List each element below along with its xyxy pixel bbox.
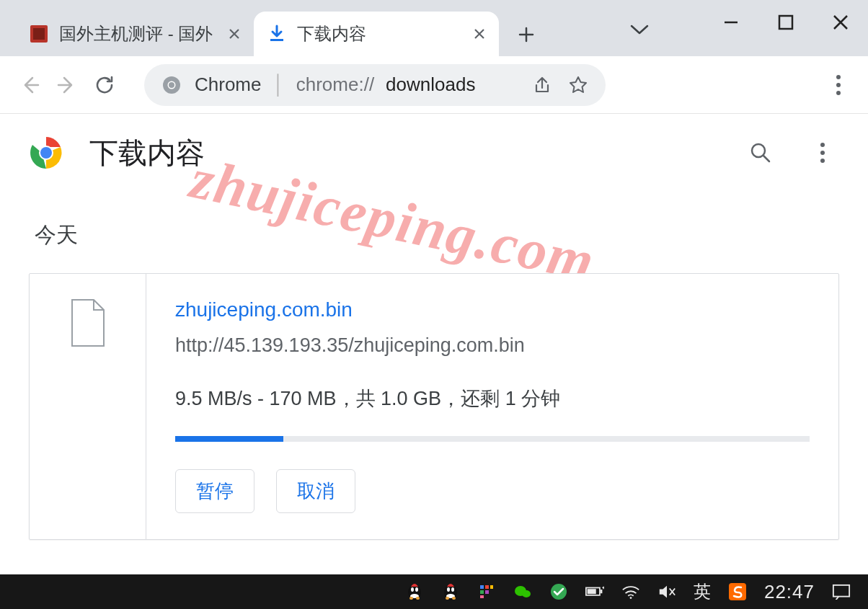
tab-title: 下载内容 [297, 22, 366, 45]
svg-rect-43 [833, 585, 849, 597]
new-tab-button[interactable] [508, 16, 545, 53]
tab-active[interactable]: 下载内容 [254, 12, 499, 56]
downloads-header: 下载内容 [0, 114, 868, 192]
download-status: 9.5 MB/s - 170 MB，共 1.0 GB，还剩 1 分钟 [175, 386, 810, 412]
page-menu-button[interactable] [806, 136, 839, 169]
notifications-icon[interactable] [832, 582, 851, 601]
tab-inactive-1[interactable]: 国外主机测评 - 国外 [16, 12, 254, 56]
svg-point-24 [447, 587, 450, 592]
svg-point-9 [836, 91, 841, 95]
download-filename[interactable]: zhujiceping.com.bin [175, 298, 810, 321]
omnibox-host: downloads [386, 74, 475, 96]
browser-toolbar: Chrome │ chrome://downloads [0, 56, 868, 114]
svg-point-8 [836, 83, 841, 87]
omnibox-chip: Chrome [195, 74, 261, 96]
taskbar-clock[interactable]: 22:47 [764, 581, 815, 603]
svg-rect-22 [416, 597, 420, 600]
forward-button[interactable] [50, 68, 84, 102]
omnibox-text: Chrome │ chrome://downloads [195, 74, 475, 96]
download-icon [267, 24, 287, 44]
qq-icon[interactable] [405, 582, 424, 601]
svg-rect-34 [480, 595, 484, 598]
download-item-icon-pane [30, 274, 146, 539]
svg-rect-40 [588, 590, 596, 595]
address-bar[interactable]: Chrome │ chrome://downloads [144, 64, 606, 106]
volume-mute-icon[interactable] [657, 582, 676, 601]
omnibox-scheme: chrome:// [296, 74, 374, 96]
svg-rect-1 [33, 28, 45, 40]
svg-point-15 [820, 151, 825, 155]
svg-point-41 [630, 597, 632, 599]
wifi-icon[interactable] [621, 582, 640, 601]
qq-icon-2[interactable] [441, 582, 460, 601]
chrome-logo-icon [29, 135, 63, 170]
tab-search-chevron[interactable] [627, 17, 652, 42]
svg-point-12 [40, 147, 52, 159]
taskbar: 英 22:47 [0, 574, 868, 609]
svg-rect-39 [601, 590, 603, 593]
svg-rect-21 [409, 597, 413, 600]
download-progress-bar [175, 436, 283, 442]
downloads-content: 今天 zhujiceping.com.bin http://45.139.193… [0, 192, 868, 540]
svg-rect-29 [480, 585, 484, 589]
svg-point-25 [451, 587, 454, 592]
window-controls [704, 0, 868, 45]
cancel-button[interactable]: 取消 [276, 469, 355, 513]
bookmark-star-icon[interactable] [568, 75, 588, 95]
svg-point-36 [522, 590, 531, 597]
svg-rect-3 [779, 16, 792, 29]
search-button[interactable] [744, 136, 777, 169]
svg-rect-30 [485, 585, 489, 589]
download-progress-track [175, 436, 810, 442]
svg-point-16 [820, 159, 825, 163]
download-item: zhujiceping.com.bin http://45.139.193.35… [29, 273, 839, 540]
status-ok-icon[interactable] [549, 582, 568, 601]
svg-rect-32 [480, 590, 484, 594]
close-icon[interactable] [228, 27, 241, 40]
svg-point-19 [415, 587, 418, 592]
maximize-button[interactable] [758, 0, 813, 45]
site-favicon [29, 24, 49, 44]
sogou-ime-icon[interactable] [728, 582, 747, 601]
download-source-url: http://45.139.193.35/zhujiceping.com.bin [175, 334, 810, 357]
share-icon[interactable] [532, 75, 552, 95]
wechat-icon[interactable] [513, 582, 532, 601]
file-icon [69, 298, 107, 347]
svg-rect-31 [490, 585, 493, 589]
back-button[interactable] [13, 68, 46, 102]
chrome-chip-icon [161, 75, 182, 95]
tray-app-icon[interactable] [477, 582, 496, 601]
svg-point-14 [820, 143, 825, 147]
svg-point-6 [169, 82, 174, 88]
omnibox-separator: │ [273, 74, 284, 96]
tab-title: 国外主机测评 - 国外 [59, 22, 213, 45]
pause-button[interactable]: 暂停 [175, 469, 254, 513]
page-title: 下载内容 [89, 133, 205, 173]
date-section-label: 今天 [35, 221, 839, 250]
svg-rect-27 [446, 597, 449, 600]
close-icon[interactable] [473, 27, 486, 40]
ime-indicator[interactable]: 英 [694, 580, 711, 603]
browser-menu-button[interactable] [822, 68, 855, 102]
svg-rect-2 [270, 39, 283, 41]
battery-icon[interactable] [585, 582, 604, 601]
svg-rect-28 [452, 597, 456, 600]
minimize-button[interactable] [704, 0, 758, 45]
reload-button[interactable] [88, 68, 121, 102]
svg-point-37 [551, 584, 567, 600]
svg-point-18 [411, 587, 414, 592]
svg-rect-33 [485, 590, 489, 594]
close-window-button[interactable] [813, 0, 868, 45]
svg-point-7 [836, 75, 841, 79]
